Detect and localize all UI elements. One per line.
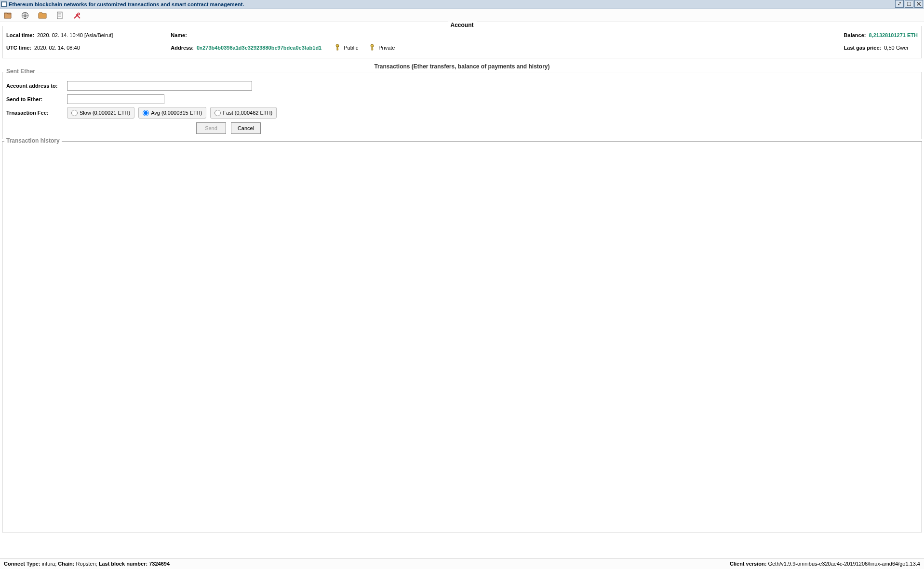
chain-value: Ropsten; xyxy=(76,561,97,567)
connect-type-value: infura; xyxy=(42,561,57,567)
transaction-history-panel: Transaction history xyxy=(2,141,922,532)
account-panel: Account Local time: 2020. 02. 14. 10:40 … xyxy=(2,26,922,58)
account-legend: Account xyxy=(448,22,477,28)
fee-avg-option[interactable]: Avg (0,0000315 ETH) xyxy=(138,107,206,119)
svg-rect-16 xyxy=(337,47,338,50)
app-icon xyxy=(1,1,7,7)
fee-slow-label: Slow (0,000021 ETH) xyxy=(80,110,130,116)
public-key-icon[interactable] xyxy=(334,44,341,52)
fee-fast-radio[interactable] xyxy=(214,110,221,116)
svg-rect-20 xyxy=(372,49,374,50)
status-left: Connect Type: infura; Chain: Ropsten; La… xyxy=(4,561,170,567)
svg-rect-2 xyxy=(898,4,899,5)
block-label: Last block number: xyxy=(99,561,147,567)
status-bar: Connect Type: infura; Chain: Ropsten; La… xyxy=(0,558,924,569)
status-right: Client version: Geth/v1.9.9-omnibus-e320… xyxy=(730,561,920,567)
svg-rect-4 xyxy=(907,2,911,6)
tools-icon[interactable] xyxy=(72,11,82,20)
fee-label: Trnasaction Fee: xyxy=(6,110,67,116)
name-label: Name: xyxy=(171,32,187,38)
send-button[interactable]: Send xyxy=(196,122,226,134)
window-controls xyxy=(895,0,923,8)
fee-avg-radio[interactable] xyxy=(143,110,149,116)
svg-point-14 xyxy=(78,13,80,15)
fee-fast-label: Fast (0,000462 ETH) xyxy=(223,110,272,116)
private-key-icon[interactable] xyxy=(369,44,375,52)
maximize-button[interactable] xyxy=(905,0,913,8)
balance-label: Balance: xyxy=(844,32,866,38)
fee-avg-label: Avg (0,0000315 ETH) xyxy=(151,110,202,116)
close-button[interactable] xyxy=(914,0,923,8)
local-time-value: 2020. 02. 14. 10:40 [Asia/Beirut] xyxy=(37,32,113,38)
minimize-button[interactable] xyxy=(895,0,904,8)
svg-rect-3 xyxy=(899,2,901,3)
fee-slow-radio[interactable] xyxy=(71,110,78,116)
client-version-label: Client version: xyxy=(730,561,766,567)
public-label[interactable]: Public xyxy=(344,45,358,51)
svg-rect-19 xyxy=(372,47,373,50)
toolbar xyxy=(0,9,924,22)
folder-icon[interactable] xyxy=(38,11,47,20)
block-value: 7324694 xyxy=(149,561,170,567)
send-ether-input[interactable] xyxy=(67,94,164,104)
svg-rect-17 xyxy=(337,49,339,50)
title-bar: Ethereum blockchain networks for customi… xyxy=(0,0,924,9)
fee-fast-option[interactable]: Fast (0,000462 ETH) xyxy=(210,107,277,119)
gas-value: 0,50 Gwei xyxy=(884,45,908,51)
svg-rect-8 xyxy=(57,12,62,19)
document-icon[interactable] xyxy=(55,11,65,20)
transaction-history-legend: Transaction history xyxy=(4,137,62,144)
address-to-label: Account address to: xyxy=(6,83,67,89)
balance-value: 8,21328101271 ETH xyxy=(869,32,918,38)
svg-rect-1 xyxy=(2,2,6,6)
sent-ether-panel: Sent Ether Account address to: Send to E… xyxy=(2,72,922,139)
local-time-label: Local time: xyxy=(6,32,34,38)
open-file-icon[interactable] xyxy=(3,11,13,20)
address-label: Address: xyxy=(171,45,194,51)
client-version-value: Geth/v1.9.9-omnibus-e320ae4c-20191206/li… xyxy=(768,561,920,567)
send-ether-label: Send to Ether: xyxy=(6,96,67,102)
utc-time-value: 2020. 02. 14. 08:40 xyxy=(34,45,80,51)
sent-ether-legend: Sent Ether xyxy=(4,68,37,75)
transactions-title: Transactions (Ether transfers, balance o… xyxy=(0,63,924,70)
private-label[interactable]: Private xyxy=(378,45,395,51)
address-value[interactable]: 0x273b4b0398a1d3c32923880bc97bdca0c3fab1… xyxy=(197,45,321,51)
gas-label: Last gas price: xyxy=(844,45,882,51)
utc-time-label: UTC time: xyxy=(6,45,31,51)
connect-type-label: Connect Type: xyxy=(4,561,40,567)
cancel-button[interactable]: Cancel xyxy=(231,122,261,134)
chain-label: Chain: xyxy=(58,561,74,567)
window-title: Ethereum blockchain networks for customi… xyxy=(9,1,244,7)
globe-icon[interactable] xyxy=(20,11,30,20)
address-to-input[interactable] xyxy=(67,81,252,91)
fee-slow-option[interactable]: Slow (0,000021 ETH) xyxy=(67,107,134,119)
